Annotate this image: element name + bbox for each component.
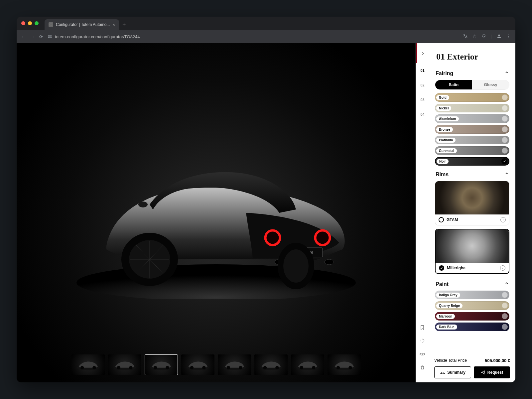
config-panel: 01 Exterior Fairing ⌃ SatinGlossy GoldNi… [429,43,515,382]
svg-point-50 [423,341,424,342]
swatch-aluminium[interactable]: Aluminium [435,114,509,123]
radio-icon [439,265,444,271]
tab-close-icon[interactable]: × [112,22,115,27]
swatch-dark-blue[interactable]: Dark Blue [435,323,509,331]
info-icon[interactable]: i [500,217,506,222]
summary-button[interactable]: Summary [434,366,471,378]
svg-point-49 [424,340,424,341]
swatch-label: Nickel [436,106,451,111]
rim-label: GTAM [447,217,458,222]
step-01[interactable]: 01 [420,63,424,78]
titlebar: ⬚ Configurator | Totem Automo... × + [17,17,515,30]
extensions-icon[interactable] [481,34,486,40]
thumb-rear-right[interactable] [218,354,251,375]
car-render: TOTEM [66,126,366,299]
panel-title: 01 Exterior [429,43,515,66]
thumb-top[interactable] [254,354,288,375]
chevron-up-icon: ⌃ [505,172,509,177]
swatch-indicator: ✓ [501,158,507,164]
reload-icon[interactable]: ⟳ [39,34,43,39]
swatch-indigo-grey[interactable]: Indigo Grey [435,291,509,299]
swatch-noir[interactable]: Noir✓ [435,157,509,166]
swatch-indicator [502,303,508,309]
collapse-panel-button[interactable]: › [416,43,429,63]
step-04[interactable]: 04 [420,107,424,122]
rotate-icon[interactable] [419,351,425,357]
car-icon [440,370,445,374]
forward-icon[interactable]: → [30,34,35,39]
svg-point-45 [336,366,339,369]
swatch-label: Bronze [436,127,453,132]
viewer: TOTEM [17,43,416,382]
swatch-indicator [502,313,508,319]
panel-footer: Vehicle Total Price 505.900,00 € Summary… [429,354,515,382]
swatch-marroon[interactable]: Marroon [435,312,509,321]
svg-point-36 [226,366,230,369]
svg-point-56 [422,354,423,354]
close-icon[interactable] [21,21,25,25]
swatch-indicator [502,94,508,100]
back-icon[interactable]: ← [21,34,26,39]
thumb-interior-seats[interactable] [328,354,361,375]
site-settings-icon[interactable] [48,34,52,39]
svg-point-54 [421,339,421,340]
swatch-label: Dark Blue [436,325,457,330]
rim-option-gtam[interactable]: GTAMi [435,181,509,225]
svg-point-48 [423,339,424,340]
svg-rect-0 [48,36,51,36]
svg-point-24 [80,366,83,369]
favicon-icon: ⬚ [49,22,53,27]
svg-point-43 [312,366,315,369]
svg-point-31 [166,366,169,369]
finish-glossy[interactable]: Glossy [472,80,509,89]
finish-toggle: SatinGlossy [435,80,509,90]
url-field[interactable]: totem-configurator.com/configurator/TO82… [48,34,458,39]
section-paint[interactable]: Paint ⌃ [435,277,509,291]
thumb-front-left[interactable] [71,354,105,375]
thumb-rear[interactable] [181,354,214,375]
thumbnail-strip [71,354,361,375]
finish-satin[interactable]: Satin [435,80,472,89]
svg-point-46 [348,366,352,369]
thumb-rear-left[interactable] [145,354,178,375]
translate-icon[interactable] [463,34,468,40]
chevron-up-icon: ⌃ [505,71,509,76]
thumb-side-left[interactable] [108,354,141,375]
swatch-label: Gold [436,95,449,100]
step-03[interactable]: 03 [420,92,424,107]
swatch-indicator [502,324,508,330]
bookmark-star-icon[interactable]: ☆ [472,34,476,40]
info-icon[interactable]: i [500,265,505,271]
new-tab-button[interactable]: + [122,21,126,28]
swatch-quarry-beige[interactable]: Quarry Beige [435,301,509,310]
maximize-icon[interactable] [35,21,39,25]
swatch-nickel[interactable]: Nickel [435,104,509,112]
section-fairing[interactable]: Fairing ⌃ [435,66,509,80]
request-button[interactable]: Request [474,366,510,378]
window-controls [21,21,39,25]
delete-icon[interactable] [419,364,425,370]
minimize-icon[interactable] [28,21,32,25]
swatch-indicator [502,126,508,132]
browser-tab[interactable]: ⬚ Configurator | Totem Automo... × [45,19,119,30]
svg-point-39 [263,366,266,369]
swatch-platinum[interactable]: Platinum [435,136,509,144]
swatch-indicator [502,148,508,154]
swatch-label: Platinum [436,138,456,143]
swatch-bronze[interactable]: Bronze [435,125,509,134]
swatch-indicator [502,292,508,298]
svg-point-37 [239,366,242,369]
car-stage[interactable]: TOTEM [17,43,416,382]
menu-icon[interactable]: ⋮ [506,34,511,40]
loading-icon[interactable] [419,338,425,344]
profile-icon[interactable] [496,34,502,40]
section-rims[interactable]: Rims ⌃ [435,168,509,181]
thumb-interior-dash[interactable] [291,354,324,375]
rim-image [435,181,509,214]
rim-option-millerighe[interactable]: Millerighei [435,229,509,274]
step-02[interactable]: 02 [420,78,424,92]
tool-rail [416,319,429,376]
bookmark-icon[interactable] [419,325,425,331]
swatch-gunmetal[interactable]: Gunmetal [435,146,509,155]
swatch-gold[interactable]: Gold [435,93,509,102]
